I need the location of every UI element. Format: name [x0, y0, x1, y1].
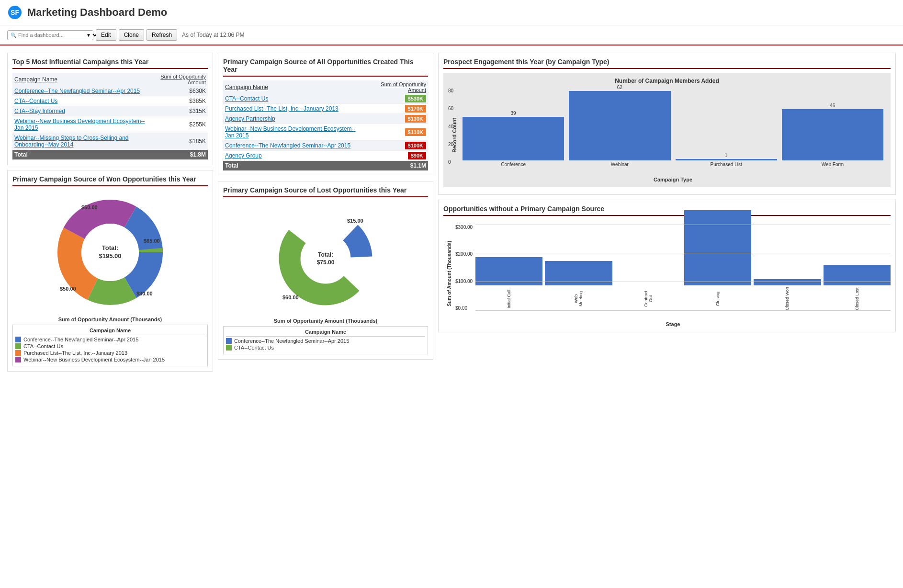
amount-colored: $90K [365, 151, 428, 161]
amount-value: $315K [150, 106, 208, 116]
bar-label: Purchased List [711, 162, 742, 167]
primary-source-panel: Primary Campaign Source of All Opportuni… [218, 53, 433, 176]
legend-item: Webinar--New Business Development Ecosys… [15, 357, 205, 362]
amount-colored: $100K [365, 141, 428, 151]
bar [676, 159, 777, 160]
campaign-name[interactable]: Webinar--New Business Development Ecosys… [12, 116, 150, 133]
svg-text:Total:: Total: [318, 251, 333, 258]
top5-col-amount: Sum of Opportunity Amount [150, 73, 208, 86]
opps-x-label: Stage [455, 321, 891, 327]
app-logo: SF [7, 5, 23, 20]
bar-group: Web Meeting [545, 261, 612, 311]
svg-text:$65.00: $65.00 [144, 238, 160, 244]
amount-colored: $110K [365, 124, 428, 141]
prospect-engagement-panel: Prospect Engagement this Year (by Campai… [438, 53, 896, 195]
bar-label: Closed Won [785, 287, 790, 311]
bar-group: Closing [684, 210, 751, 311]
won-legend: Campaign Name Conference--The Newfangled… [12, 325, 208, 366]
campaign-name[interactable]: Webinar--Missing Steps to Cross-Selling … [12, 133, 150, 150]
prospect-title: Prospect Engagement this Year (by Campai… [443, 58, 891, 69]
won-axis-label: Sum of Opportunity Amount (Thousands) [58, 317, 162, 322]
svg-text:$50.00: $50.00 [81, 204, 98, 210]
bar-label: Contract Out [643, 287, 653, 311]
bar [684, 210, 751, 285]
campaign-name[interactable]: Conference--The Newfangled Seminar--Apr … [12, 86, 150, 96]
lost-donut-chart: Total: $75.00 $15.00 $60.00 Sum of Oppor… [223, 201, 428, 354]
svg-text:Total:: Total: [102, 244, 118, 251]
legend-label: CTA--Contact Us [23, 343, 63, 349]
lost-axis-label: Sum of Opportunity Amount (Thousands) [274, 318, 378, 324]
y-label-100: $100.00 [455, 279, 474, 284]
bar-value: 1 [725, 153, 728, 158]
svg-text:$60.00: $60.00 [282, 294, 299, 300]
amount-colored: $130K [365, 114, 428, 124]
table-row: CTA--Contact Us$530K [223, 94, 428, 104]
search-box[interactable]: 🔍 ▼ [7, 30, 93, 40]
legend-label: Webinar--New Business Development Ecosys… [23, 357, 165, 362]
left-column: Top 5 Most Influential Campaigns this Ye… [5, 50, 215, 374]
search-input[interactable] [18, 32, 84, 38]
svg-text:SF: SF [11, 9, 19, 16]
y-label-300: $300.00 [455, 225, 474, 230]
legend-label: CTA--Contact Us [234, 345, 274, 351]
clone-button[interactable]: Clone [119, 29, 144, 41]
bar [782, 109, 883, 160]
campaign-name[interactable]: CTA--Stay Informed [12, 106, 150, 116]
refresh-button[interactable]: Refresh [147, 29, 177, 41]
campaign-name[interactable]: CTA--Contact Us [12, 96, 150, 106]
bar-value: 39 [511, 111, 516, 116]
bar-label: Closing [715, 287, 720, 311]
table-row: Conference--The Newfangled Seminar--Apr … [223, 141, 428, 151]
legend-color [15, 343, 21, 349]
table-row: Purchased List--The List, Inc.--January … [223, 104, 428, 114]
total-amount: $1.8M [150, 150, 208, 160]
bar-label: Webinar [611, 162, 629, 167]
table-row: Webinar--New Business Development Ecosys… [223, 124, 428, 141]
won-donut-chart: Total: $195.00 $50.00 $65.00 $30.00 $50.… [12, 190, 208, 366]
legend-color [226, 345, 232, 351]
campaign-name[interactable]: Purchased List--The List, Inc.--January … [223, 104, 365, 114]
mid-column: Primary Campaign Source of All Opportuni… [215, 50, 436, 374]
bar [824, 265, 891, 285]
timestamp: As of Today at 12:06 PM [182, 32, 245, 38]
bar-group: Initial Call [475, 257, 542, 311]
bar-value: 62 [617, 85, 622, 90]
legend-color [15, 350, 21, 356]
campaign-name[interactable]: Webinar--New Business Development Ecosys… [223, 124, 365, 141]
top5-table: Campaign Name Sum of Opportunity Amount … [12, 73, 208, 160]
bar [545, 261, 612, 285]
opps-no-source-title: Opportunities without a Primary Campaign… [443, 205, 891, 216]
legend-item: CTA--Contact Us [226, 345, 425, 351]
table-row: Conference--The Newfangled Seminar--Apr … [12, 86, 208, 96]
primary-source-table: Campaign Name Sum of Opportunity Amount … [223, 80, 428, 171]
bar-group: 1 Purchased List [676, 153, 777, 167]
legend-color [15, 357, 21, 362]
bar [569, 91, 670, 160]
svg-point-15 [301, 234, 350, 283]
total-row: Total$1.8M [12, 150, 208, 160]
table-row: CTA--Contact Us$385K [12, 96, 208, 106]
prospect-x-label: Campaign Type [460, 177, 886, 182]
lost-legend-title: Campaign Name [226, 329, 425, 337]
edit-button[interactable]: Edit [96, 29, 116, 41]
bar-label: Closed Lost [855, 287, 859, 311]
bar-label: Web Meeting [574, 287, 583, 311]
table-row: CTA--Stay Informed$315K [12, 106, 208, 116]
legend-item: Conference--The Newfangled Seminar--Apr … [226, 338, 425, 344]
lost-opps-title: Primary Campaign Source of Lost Opportun… [223, 186, 428, 197]
amount-colored: $530K [365, 94, 428, 104]
campaign-name[interactable]: CTA--Contact Us [223, 94, 365, 104]
ps-col-amount: Sum of Opportunity Amount [365, 80, 428, 94]
bar-group: 46 Web Form [782, 103, 883, 167]
toolbar: 🔍 ▼ Edit Clone Refresh As of Today at 12… [0, 25, 903, 45]
total-label: Total [12, 150, 150, 160]
campaign-name[interactable]: Agency Group [223, 151, 365, 161]
top5-title: Top 5 Most Influential Campaigns this Ye… [12, 58, 208, 69]
campaign-name[interactable]: Conference--The Newfangled Seminar--Apr … [223, 141, 365, 151]
campaign-name[interactable]: Agency Partnership [223, 114, 365, 124]
ps-col-name: Campaign Name [223, 80, 365, 94]
bar-group: 62 Webinar [569, 85, 670, 167]
right-column: Prospect Engagement this Year (by Campai… [436, 50, 898, 374]
lost-donut-svg: Total: $75.00 $15.00 $60.00 [273, 206, 378, 311]
table-row: Webinar--New Business Development Ecosys… [12, 116, 208, 133]
